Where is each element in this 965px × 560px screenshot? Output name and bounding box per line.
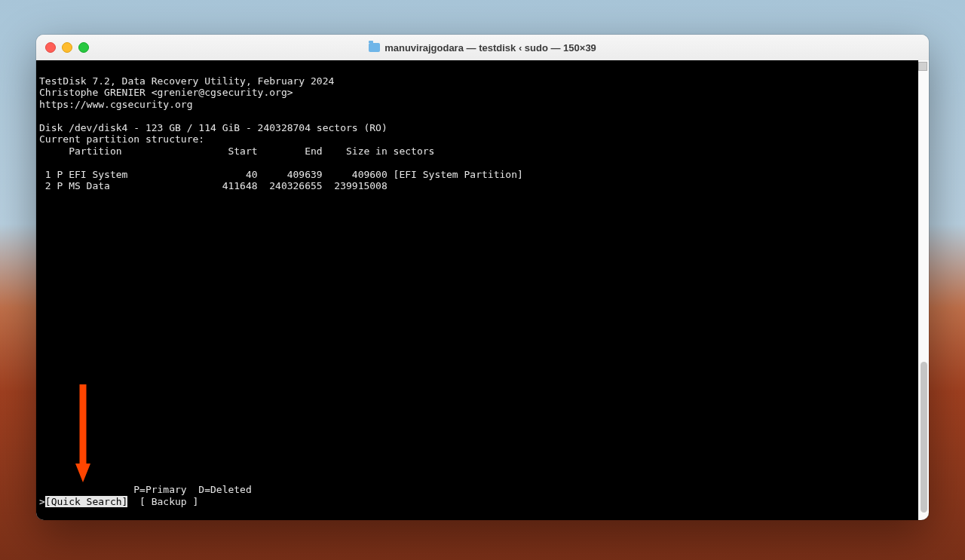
menu-cursor: > [39, 496, 45, 508]
structure-label: Current partition structure: [39, 133, 204, 145]
terminal-body[interactable]: TestDisk 7.2, Data Recovery Utility, Feb… [36, 60, 929, 520]
quick-search-option[interactable]: [Quick Search] [45, 496, 128, 508]
disk-info-line: Disk /dev/disk4 - 123 GB / 114 GiB - 240… [39, 122, 388, 133]
menu-hint: Try to locate partition [39, 519, 338, 521]
minimize-button[interactable] [62, 42, 72, 53]
zoom-button[interactable] [78, 42, 89, 53]
partition-legend: P=Primary D=Deleted [39, 484, 252, 495]
terminal-window: manuvirajgodara — testdisk ‹ sudo — 150×… [36, 35, 929, 520]
backup-option[interactable]: [ Backup ] [139, 496, 198, 508]
scroll-corner-icon [918, 62, 927, 71]
close-button[interactable] [45, 42, 56, 53]
partition-row: 2 P MS Data 411648 240326655 239915008 [39, 180, 388, 191]
desktop-background: manuvirajgodara — testdisk ‹ sudo — 150×… [0, 0, 965, 560]
app-header-line2: Christophe GRENIER <grenier@cgsecurity.o… [39, 87, 293, 98]
app-header-line3: https://www.cgsecurity.org [39, 99, 193, 110]
traffic-lights [45, 42, 89, 53]
partition-columns: Partition Start End Size in sectors [39, 145, 434, 157]
partition-row: 1 P EFI System 40 409639 409600 [EFI Sys… [39, 169, 523, 180]
window-titlebar[interactable]: manuvirajgodara — testdisk ‹ sudo — 150×… [36, 35, 929, 60]
terminal-content: TestDisk 7.2, Data Recovery Utility, Feb… [36, 60, 918, 520]
window-title: manuvirajgodara — testdisk ‹ sudo — 150×… [36, 42, 929, 54]
app-header-line1: TestDisk 7.2, Data Recovery Utility, Feb… [39, 75, 334, 87]
scrollbar-thumb[interactable] [921, 362, 927, 513]
folder-icon [369, 43, 380, 52]
scrollbar-track[interactable] [918, 60, 929, 520]
window-title-text: manuvirajgodara — testdisk ‹ sudo — 150×… [384, 42, 596, 54]
